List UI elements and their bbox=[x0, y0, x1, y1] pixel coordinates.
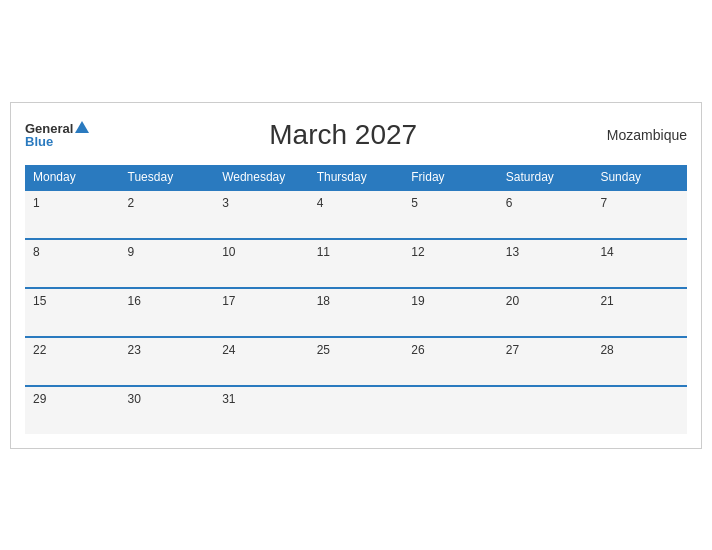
calendar-cell bbox=[498, 386, 593, 434]
week-row-3: 22232425262728 bbox=[25, 337, 687, 386]
week-row-4: 293031 bbox=[25, 386, 687, 434]
calendar-country: Mozambique bbox=[597, 127, 687, 143]
calendar-cell: 9 bbox=[120, 239, 215, 288]
week-row-2: 15161718192021 bbox=[25, 288, 687, 337]
calendar-cell: 11 bbox=[309, 239, 404, 288]
calendar-cell: 20 bbox=[498, 288, 593, 337]
calendar-cell: 1 bbox=[25, 190, 120, 239]
calendar-cell: 21 bbox=[592, 288, 687, 337]
calendar-cell: 17 bbox=[214, 288, 309, 337]
calendar-cell: 15 bbox=[25, 288, 120, 337]
calendar-cell: 19 bbox=[403, 288, 498, 337]
week-row-1: 891011121314 bbox=[25, 239, 687, 288]
logo-triangle-icon bbox=[75, 121, 89, 133]
calendar-table: MondayTuesdayWednesdayThursdayFridaySatu… bbox=[25, 165, 687, 434]
calendar-cell: 25 bbox=[309, 337, 404, 386]
calendar-cell: 28 bbox=[592, 337, 687, 386]
calendar-cell: 3 bbox=[214, 190, 309, 239]
calendar-cell: 31 bbox=[214, 386, 309, 434]
calendar-cell: 23 bbox=[120, 337, 215, 386]
calendar-cell: 18 bbox=[309, 288, 404, 337]
logo: General Blue bbox=[25, 121, 89, 148]
calendar-cell: 24 bbox=[214, 337, 309, 386]
weekday-header-sunday: Sunday bbox=[592, 165, 687, 190]
week-row-0: 1234567 bbox=[25, 190, 687, 239]
calendar-cell bbox=[309, 386, 404, 434]
calendar-cell bbox=[592, 386, 687, 434]
calendar-cell: 22 bbox=[25, 337, 120, 386]
calendar-cell: 7 bbox=[592, 190, 687, 239]
calendar-cell bbox=[403, 386, 498, 434]
calendar-cell: 13 bbox=[498, 239, 593, 288]
calendar-cell: 30 bbox=[120, 386, 215, 434]
calendar-cell: 10 bbox=[214, 239, 309, 288]
calendar-header: General Blue March 2027 Mozambique bbox=[25, 119, 687, 151]
weekday-header-monday: Monday bbox=[25, 165, 120, 190]
weekday-header-row: MondayTuesdayWednesdayThursdayFridaySatu… bbox=[25, 165, 687, 190]
calendar-cell: 5 bbox=[403, 190, 498, 239]
calendar-tbody: 1234567891011121314151617181920212223242… bbox=[25, 190, 687, 434]
weekday-header-thursday: Thursday bbox=[309, 165, 404, 190]
calendar-cell: 16 bbox=[120, 288, 215, 337]
weekday-header-saturday: Saturday bbox=[498, 165, 593, 190]
calendar-cell: 6 bbox=[498, 190, 593, 239]
calendar-title: March 2027 bbox=[89, 119, 597, 151]
calendar-cell: 27 bbox=[498, 337, 593, 386]
calendar-cell: 14 bbox=[592, 239, 687, 288]
calendar: General Blue March 2027 Mozambique Monda… bbox=[10, 102, 702, 449]
logo-general-text: General bbox=[25, 122, 73, 135]
weekday-header-wednesday: Wednesday bbox=[214, 165, 309, 190]
calendar-cell: 2 bbox=[120, 190, 215, 239]
calendar-cell: 29 bbox=[25, 386, 120, 434]
weekday-header-friday: Friday bbox=[403, 165, 498, 190]
calendar-cell: 4 bbox=[309, 190, 404, 239]
calendar-cell: 8 bbox=[25, 239, 120, 288]
weekday-header-tuesday: Tuesday bbox=[120, 165, 215, 190]
calendar-thead: MondayTuesdayWednesdayThursdayFridaySatu… bbox=[25, 165, 687, 190]
calendar-cell: 26 bbox=[403, 337, 498, 386]
logo-blue-text: Blue bbox=[25, 135, 89, 148]
calendar-cell: 12 bbox=[403, 239, 498, 288]
